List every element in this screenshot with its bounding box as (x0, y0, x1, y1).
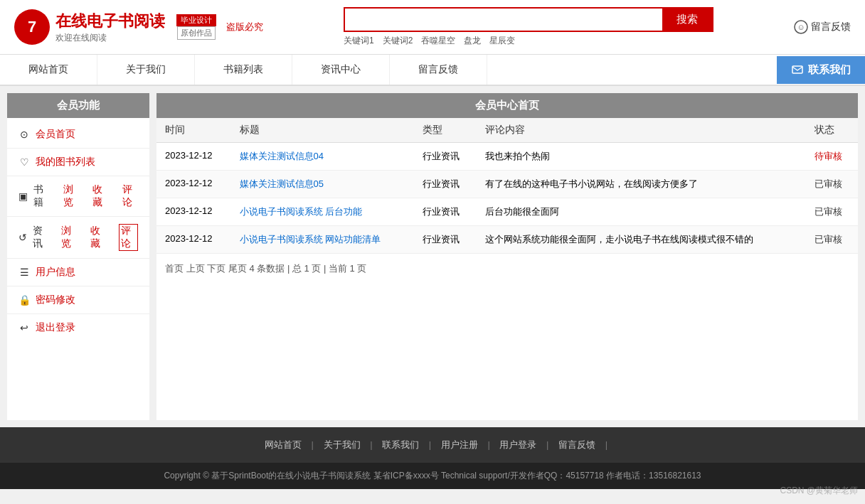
cell-time: 2023-12-12 (156, 171, 231, 198)
logo-badge: 毕业设计 原创作品 (176, 14, 216, 40)
books-comment-link[interactable]: 评论 (122, 183, 138, 209)
content-area: 会员中心首页 时间 标题 类型 评论内容 状态 2023-12-12 媒体关注测… (156, 93, 858, 420)
cell-time: 2023-12-12 (156, 143, 231, 171)
user-info-icon: ☰ (18, 267, 30, 278)
cell-type: 行业资讯 (414, 171, 477, 198)
cell-status: 已审核 (806, 198, 858, 226)
books-collect-link[interactable]: 收藏 (92, 183, 108, 209)
sidebar-item-password[interactable]: 🔒 密码修改 (7, 288, 149, 312)
cell-title[interactable]: 小说电子书阅读系统 网站功能清单 (231, 226, 414, 254)
separator-6: | (605, 439, 607, 450)
feedback-label: 留言反馈 (811, 21, 851, 33)
sidebar-item-logout[interactable]: ↩ 退出登录 (7, 316, 149, 340)
sidebar-item-member-home[interactable]: ⊙ 会员首页 (7, 122, 149, 146)
books-action-icon: ▣ (18, 191, 28, 202)
col-title: 标题 (231, 118, 414, 143)
footer-nav-about[interactable]: 关于我们 (324, 439, 361, 450)
news-action-icon: ↺ (18, 232, 27, 243)
search-input[interactable] (345, 9, 662, 31)
password-icon: 🔒 (18, 294, 30, 306)
nav-item-home[interactable]: 网站首页 (0, 55, 97, 85)
cell-type: 行业资讯 (414, 143, 477, 171)
col-comment: 评论内容 (477, 118, 806, 143)
logo-slogan: 盗版必究 (226, 21, 263, 33)
separator-5: | (546, 439, 551, 450)
footer-nav-login[interactable]: 用户登录 (499, 439, 536, 450)
contact-btn[interactable]: 联系我们 (777, 56, 865, 84)
sidebar-item-books-action: ▣ 书籍 浏览 收藏 评论 (7, 178, 149, 215)
logout-icon: ↩ (18, 322, 30, 333)
nav-item-news[interactable]: 资讯中心 (292, 55, 390, 85)
search-keywords: 关键词1 关键词2 吞噬星空 盘龙 星辰变 (344, 35, 515, 47)
separator-4: | (487, 439, 492, 450)
user-info-link[interactable]: 用户信息 (36, 266, 75, 279)
cell-type: 行业资讯 (414, 198, 477, 226)
cell-comment: 这个网站系统功能很全面阿，走小说电子书在线阅读模式很不错的 (477, 226, 806, 254)
footer-nav-feedback[interactable]: 留言反馈 (558, 439, 595, 450)
col-time: 时间 (156, 118, 231, 143)
content-table: 时间 标题 类型 评论内容 状态 2023-12-12 媒体关注测试信息04 行… (156, 118, 858, 254)
header-feedback-btn[interactable]: ☺ 留言反馈 (794, 20, 851, 34)
news-comment-link[interactable]: 评论 (119, 224, 138, 251)
logo-icon: 7 (14, 9, 50, 45)
cell-status: 已审核 (806, 171, 858, 198)
cell-comment: 后台功能很全面阿 (477, 198, 806, 226)
badge-bottom: 原创作品 (177, 26, 216, 40)
table-row: 2023-12-12 小说电子书阅读系统 网站功能清单 行业资讯 这个网站系统功… (156, 226, 858, 254)
member-home-link[interactable]: 会员首页 (36, 128, 75, 141)
pagination: 首页 上页 下页 尾页 4 条数据 | 总 1 页 | 当前 1 页 (156, 254, 858, 284)
cell-time: 2023-12-12 (156, 226, 231, 254)
footer-nav-register[interactable]: 用户注册 (441, 439, 478, 450)
table-row: 2023-12-12 小说电子书阅读系统 后台功能 行业资讯 后台功能很全面阿 … (156, 198, 858, 226)
logo-text: 在线电子书阅读 欢迎在线阅读 (55, 11, 165, 44)
keyword-2[interactable]: 关键词2 (383, 35, 413, 47)
title-link[interactable]: 媒体关注测试信息05 (240, 178, 324, 189)
title-link[interactable]: 小说电子书阅读系统 后台功能 (240, 206, 363, 217)
my-books-link[interactable]: 我的图书列表 (36, 156, 95, 168)
col-status: 状态 (806, 118, 858, 143)
cell-status: 待审核 (806, 143, 858, 171)
nav-item-about[interactable]: 关于我们 (97, 55, 195, 85)
sidebar-menu: ⊙ 会员首页 ♡ 我的图书列表 ▣ 书籍 浏览 收藏 评论 ↺ (7, 118, 149, 344)
footer-nav-home[interactable]: 网站首页 (265, 439, 302, 450)
books-browse-link[interactable]: 浏览 (63, 183, 79, 209)
separator-3: | (429, 439, 434, 450)
sidebar: 会员功能 ⊙ 会员首页 ♡ 我的图书列表 ▣ 书籍 浏览 收藏 评论 (7, 93, 149, 420)
news-collect-link[interactable]: 收藏 (90, 225, 105, 250)
sidebar-item-user-info[interactable]: ☰ 用户信息 (7, 260, 149, 284)
cell-comment: 有了在线的这种电子书小说网站，在线阅读方便多了 (477, 171, 806, 198)
sidebar-item-my-books[interactable]: ♡ 我的图书列表 (7, 150, 149, 174)
search-button[interactable]: 搜索 (662, 9, 712, 31)
keyword-1[interactable]: 关键词1 (344, 35, 374, 47)
logout-link[interactable]: 退出登录 (36, 321, 75, 334)
keyword-4[interactable]: 盘龙 (464, 35, 481, 47)
separator-1: | (312, 439, 317, 450)
contact-icon (791, 63, 804, 76)
cell-title[interactable]: 小说电子书阅读系统 后台功能 (231, 198, 414, 226)
news-action-prefix: 资讯 (33, 225, 48, 250)
nav-bar: 网站首页 关于我们 书籍列表 资讯中心 留言反馈 联系我们 (0, 55, 865, 86)
news-browse-link[interactable]: 浏览 (61, 225, 76, 250)
footer-copy: Copyright © 基于SprintBoot的在线小说电子书阅读系统 某省I… (0, 463, 865, 489)
footer-nav-contact[interactable]: 联系我们 (382, 439, 419, 450)
keyword-5[interactable]: 星辰变 (489, 35, 515, 47)
table-row: 2023-12-12 媒体关注测试信息04 行业资讯 我也来拍个热闹 待审核 (156, 143, 858, 171)
password-link[interactable]: 密码修改 (36, 294, 75, 306)
nav-item-books[interactable]: 书籍列表 (195, 55, 292, 85)
cell-title[interactable]: 媒体关注测试信息05 (231, 171, 414, 198)
books-action-prefix: 书籍 (33, 183, 49, 209)
my-books-icon: ♡ (18, 156, 30, 168)
cell-status: 已审核 (806, 226, 858, 254)
keyword-3[interactable]: 吞噬星空 (421, 35, 455, 47)
content-header: 会员中心首页 (156, 93, 858, 118)
title-link[interactable]: 小说电子书阅读系统 网站功能清单 (240, 234, 381, 245)
svg-text:☺: ☺ (797, 23, 805, 31)
cell-comment: 我也来拍个热闹 (477, 143, 806, 171)
header-right: ☺ 留言反馈 (794, 20, 851, 34)
search-row: 搜索 (344, 7, 713, 32)
badge-top: 毕业设计 (176, 14, 216, 26)
header: 7 在线电子书阅读 欢迎在线阅读 毕业设计 原创作品 盗版必究 搜索 关键词1 … (0, 0, 865, 55)
cell-title[interactable]: 媒体关注测试信息04 (231, 143, 414, 171)
title-link[interactable]: 媒体关注测试信息04 (240, 151, 324, 161)
nav-item-feedback[interactable]: 留言反馈 (390, 55, 487, 85)
